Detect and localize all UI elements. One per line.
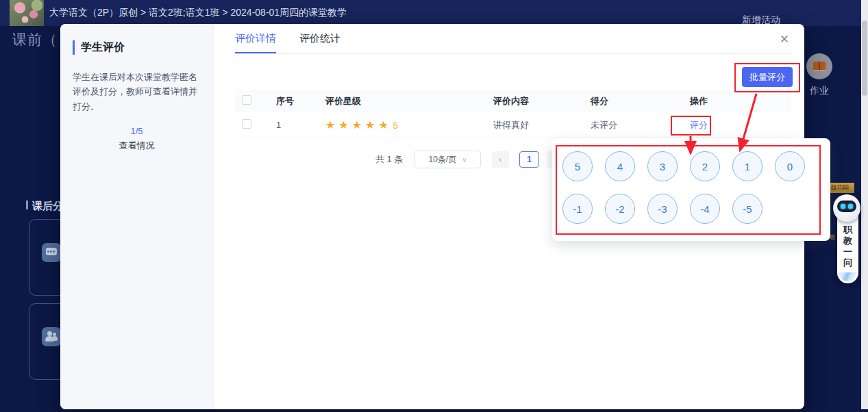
book-icon [813,62,826,70]
modal-description: 学生在课后对本次课堂教学匿名评价及打分，教师可查看详情并打分。 [73,70,201,114]
page-bottom-strip [0,409,868,412]
score-button-4[interactable]: 4 [605,151,635,181]
robot-icon[interactable] [833,194,860,222]
tab-evaluation-statistics[interactable]: 评价统计 [299,24,340,53]
row-content: 讲得真好 [485,119,582,131]
score-button-minus4[interactable]: -4 [690,194,720,224]
tab-evaluation-details[interactable]: 评价详情 [235,24,276,53]
homework-label: 作业 [806,85,832,97]
close-icon[interactable]: ✕ [780,32,789,47]
modal-title: 学生评价 [73,40,201,55]
page-size-select[interactable]: 10条/页 ∨ [414,151,481,168]
row-star-rating: ★★★★★5 [317,118,485,131]
pagination-total: 共 1 条 [375,151,403,168]
score-button-3[interactable]: 3 [647,151,678,181]
header-action: 操作 [682,95,791,107]
table-row: 1 ★★★★★5 讲得真好 未评分 评分 [235,112,791,138]
course-thumbnail [10,0,44,26]
page-number-button[interactable]: 1 [519,151,539,168]
score-button-minus3[interactable]: -3 [647,194,678,224]
score-button-minus2[interactable]: -2 [605,194,635,224]
score-action-link[interactable]: 评分 [690,120,708,130]
header-score: 得分 [582,95,682,107]
modal-sidebar: 学生评价 学生在课后对本次课堂教学匿名评价及打分，教师可查看详情并打分。 1/5… [60,24,214,409]
row-checkbox[interactable] [242,119,251,129]
batch-score-button[interactable]: 批量评分 [742,67,793,87]
progress-indicator: 1/5 [73,126,201,136]
table-header-row: 序号 评价星级 评价内容 得分 操作 [235,90,791,112]
users-icon [42,327,61,346]
breadcrumb[interactable]: 大学语文（2P）原创 > 语文2班;语文1班 > 2024-08-01周四的课堂… [49,7,347,19]
score-popup: 5 4 3 2 1 0 -1 -2 -3 -4 -5 [552,138,830,241]
prev-page-button[interactable]: ‹ [492,151,509,168]
score-button-5[interactable]: 5 [562,151,593,181]
score-button-0[interactable]: 0 [775,151,805,181]
header-star-rating: 评价星级 [317,95,485,107]
pagination: 共 1 条 10条/页 ∨ ‹ 1 › [375,151,581,168]
evaluation-table: 序号 评价星级 评价内容 得分 操作 1 ★★★★★5 讲得真好 未评分 评分 [235,90,791,138]
post-class-section-title: 课后分 [26,200,60,214]
star-icons: ★★★★★ [325,119,392,131]
page-size-value: 10条/页 [428,154,456,166]
wave-decoration [839,272,856,281]
row-score: 未评分 [582,119,682,131]
pre-class-section-title: 课前（ [12,30,58,49]
header-index: 序号 [268,95,317,107]
assistant-name: 职 教 一 问 [837,224,858,268]
section-bar [26,201,28,209]
top-bar: 大学语文（2P）原创 > 语文2班;语文1班 > 2024-08-01周四的课堂… [0,0,868,26]
star-value: 5 [393,120,398,131]
score-button-2[interactable]: 2 [690,151,720,181]
score-button-1[interactable]: 1 [732,151,762,181]
select-all-checkbox[interactable] [242,95,251,105]
chevron-down-icon: ∨ [462,156,467,164]
view-status-link[interactable]: 查看情况 [73,140,201,152]
page-scrollbar[interactable] [861,0,868,412]
tab-bar: 评价详情 评价统计 [235,24,791,54]
row-index: 1 [268,120,317,130]
score-popup-row-positive: 5 4 3 2 1 0 [562,151,805,181]
score-popup-row-negative: -1 -2 -3 -4 -5 [562,194,762,224]
chat-bubble-icon [42,243,61,262]
scrollbar-thumb[interactable] [862,21,867,96]
score-button-minus1[interactable]: -1 [562,194,593,224]
header-content: 评价内容 [485,95,582,107]
homework-activity-circle [806,53,832,79]
score-button-minus5[interactable]: -5 [732,194,762,224]
